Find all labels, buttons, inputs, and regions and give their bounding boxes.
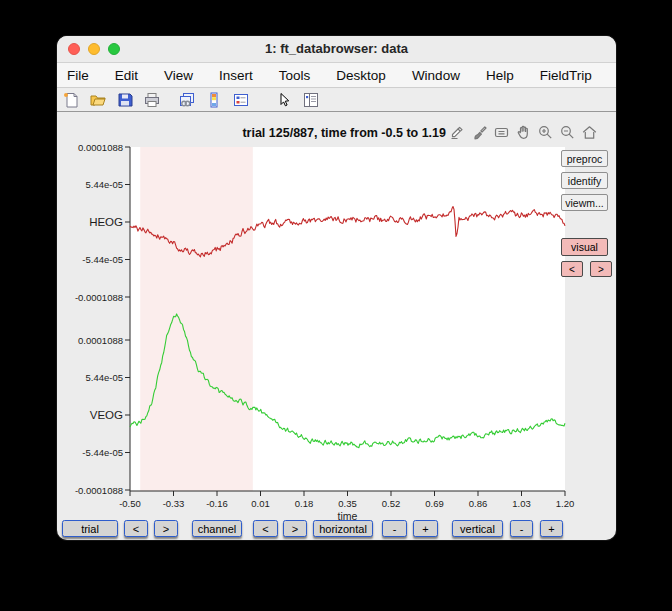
x-tick-label: 0.35: [338, 498, 357, 509]
x-tick-label: 0.01: [251, 498, 270, 509]
menu-file[interactable]: File: [67, 68, 89, 83]
vertical-decrease-button[interactable]: -: [510, 520, 533, 537]
y-tick-label: 0.0001088: [78, 335, 123, 346]
x-tick-label: -0.33: [163, 498, 185, 509]
window-title: 1: ft_databrowser: data: [57, 36, 616, 62]
identify-button[interactable]: identify: [561, 172, 608, 189]
y-tick-label: -0.0001088: [75, 292, 123, 303]
screen-background: 1: ft_databrowser: data FileEditViewInse…: [0, 0, 672, 611]
x-tick-label: 1.20: [556, 498, 575, 509]
x-tick-label: 0.69: [425, 498, 444, 509]
horizontal-button[interactable]: horizontal: [313, 520, 373, 537]
x-tick-label: 0.18: [295, 498, 314, 509]
y-tick-label: 5.44e-05: [85, 179, 123, 190]
horizontal-decrease-button[interactable]: -: [382, 520, 407, 537]
print-figure-icon[interactable]: [143, 91, 161, 109]
trial-highlight-region: [140, 147, 253, 491]
zoom-window-button[interactable]: [108, 43, 120, 55]
visual-button[interactable]: visual: [561, 238, 608, 256]
channel-prev-button[interactable]: <: [253, 520, 278, 537]
x-tick-label: 0.52: [382, 498, 401, 509]
insert-colorbar-icon[interactable]: [205, 91, 223, 109]
y-tick-label: -5.44e-05: [82, 447, 123, 458]
link-plot-icon[interactable]: [178, 91, 196, 109]
trial-prev-button[interactable]: <: [124, 520, 148, 537]
menu-window[interactable]: Window: [412, 68, 460, 83]
channel-next-button[interactable]: >: [283, 520, 307, 537]
new-figure-icon[interactable]: [62, 91, 80, 109]
y-tick-label: 5.44e-05: [85, 372, 123, 383]
horizontal-increase-button[interactable]: +: [413, 520, 438, 537]
vertical-increase-button[interactable]: +: [540, 520, 563, 537]
preproc-button[interactable]: preproc: [561, 150, 608, 167]
close-window-button[interactable]: [68, 43, 80, 55]
plot-browser-icon[interactable]: [302, 91, 320, 109]
menu-fieldtrip[interactable]: FieldTrip: [540, 68, 592, 83]
edit-plot-icon[interactable]: [275, 91, 293, 109]
save-figure-icon[interactable]: [116, 91, 134, 109]
menu-insert[interactable]: Insert: [219, 68, 253, 83]
menu-edit[interactable]: Edit: [115, 68, 138, 83]
open-file-icon[interactable]: [89, 91, 107, 109]
y-tick-label: 0.0001088: [78, 142, 123, 153]
channel-button[interactable]: channel: [192, 520, 242, 537]
matlab-figure-window: 1: ft_databrowser: data FileEditViewInse…: [57, 36, 616, 540]
visual-next-button[interactable]: >: [590, 261, 612, 277]
visual-prev-button[interactable]: <: [561, 261, 583, 277]
menu-tools[interactable]: Tools: [279, 68, 311, 83]
viewmode-button[interactable]: viewm...: [561, 194, 608, 211]
traffic-lights: [68, 43, 120, 55]
minimize-window-button[interactable]: [88, 43, 100, 55]
insert-legend-icon[interactable]: [232, 91, 250, 109]
menu-bar: FileEditViewInsertToolsDesktopWindowHelp…: [57, 63, 616, 88]
menu-help[interactable]: Help: [486, 68, 514, 83]
trial-button[interactable]: trial: [62, 520, 118, 537]
channel-label-heog: HEOG: [89, 216, 123, 228]
vertical-button[interactable]: vertical: [452, 520, 503, 537]
channel-label-veog: VEOG: [90, 409, 123, 421]
x-tick-label: 1.03: [512, 498, 531, 509]
x-tick-label: 0.86: [469, 498, 488, 509]
plot-svg: 0.00010885.44e-05HEOG-5.44e-05-0.0001088…: [57, 112, 616, 540]
x-tick-label: -0.16: [206, 498, 228, 509]
y-tick-label: -0.0001088: [75, 485, 123, 496]
trial-next-button[interactable]: >: [154, 520, 178, 537]
y-tick-label: -5.44e-05: [82, 254, 123, 265]
menu-desktop[interactable]: Desktop: [336, 68, 386, 83]
x-tick-label: -0.50: [119, 498, 141, 509]
window-titlebar[interactable]: 1: ft_databrowser: data: [57, 36, 616, 63]
figure-toolbar: [57, 89, 616, 112]
menu-view[interactable]: View: [164, 68, 193, 83]
